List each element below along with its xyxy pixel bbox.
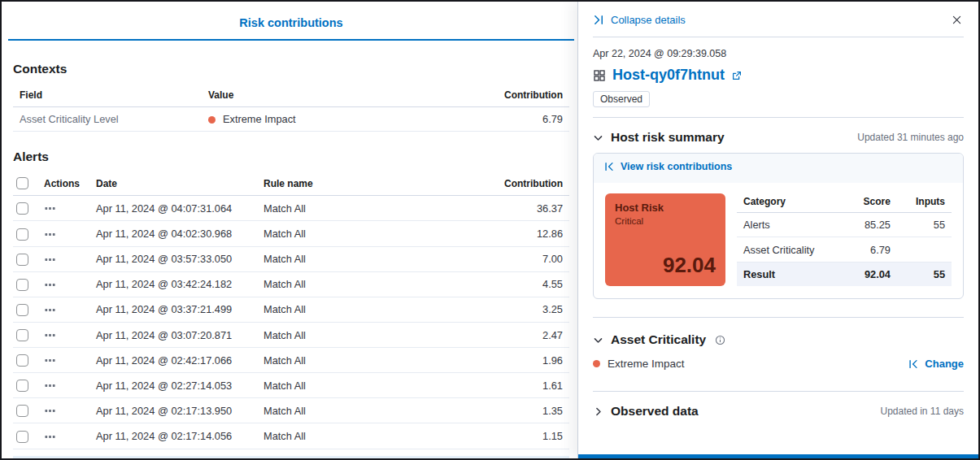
risk-score: 6.79: [845, 237, 897, 262]
alerts-table-body: Apr 11, 2024 @ 04:07:31.064 Match All 36…: [13, 196, 569, 449]
alert-contribution: 1.96: [480, 348, 569, 373]
risk-table-row: Result 92.04 55: [737, 262, 952, 286]
more-alerts-callout: 45 more alerts contributed 12.68 to the …: [13, 456, 569, 458]
alert-select-cell: [13, 297, 37, 322]
host-grid-icon: [593, 69, 606, 82]
alert-contribution: 3.25: [480, 297, 569, 322]
change-criticality-button[interactable]: Change: [908, 358, 964, 370]
alert-date: Apr 11, 2024 @ 04:07:31.064: [89, 196, 257, 221]
alert-select-cell: [13, 196, 37, 221]
row-checkbox[interactable]: [16, 254, 28, 266]
alert-date: Apr 11, 2024 @ 02:17:13.950: [89, 398, 257, 423]
asset-criticality-title: Asset Criticality: [611, 332, 706, 347]
chevron-right-icon: [593, 406, 603, 417]
alert-actions-cell: [37, 398, 89, 423]
asset-criticality-row: Extreme Impact Change: [593, 358, 964, 370]
row-actions-icon[interactable]: [44, 429, 56, 441]
observed-badge: Observed: [593, 91, 650, 107]
alert-date: Apr 11, 2024 @ 03:07:20.871: [89, 322, 257, 347]
row-actions-icon[interactable]: [44, 202, 56, 214]
tab-risk-contributions[interactable]: Risk contributions: [8, 8, 574, 41]
risk-category: Alerts: [737, 213, 845, 237]
asset-criticality-label: Extreme Impact: [608, 358, 685, 370]
alert-actions-cell: [37, 221, 89, 246]
row-checkbox[interactable]: [16, 228, 28, 241]
alerts-header-row: Actions Date Rule name Contribution: [13, 171, 569, 196]
alert-rule-name: Match All: [257, 398, 480, 423]
contexts-heading: Contexts: [13, 62, 569, 76]
alert-date: Apr 11, 2024 @ 03:37:21.499: [89, 297, 257, 322]
risk-updated-text: Updated 31 minutes ago: [857, 132, 964, 143]
alert-contribution: 1.35: [480, 398, 569, 423]
info-icon[interactable]: [715, 335, 725, 345]
select-all-checkbox[interactable]: [16, 177, 28, 189]
row-checkbox[interactable]: [16, 431, 28, 443]
context-row: Asset Criticality Level Extreme Impact 6…: [13, 107, 569, 132]
alert-actions-cell: [37, 297, 89, 322]
close-flyout-button[interactable]: [950, 11, 964, 28]
risk-category: Asset Criticality: [737, 237, 845, 262]
event-timestamp: Apr 22, 2024 @ 09:29:39.058: [593, 48, 964, 59]
risk-card-level: Critical: [615, 216, 716, 226]
alert-select-cell: [13, 246, 37, 271]
row-actions-icon[interactable]: [44, 354, 56, 366]
host-details-flyout: Collapse details Apr 22, 2024 @ 09:29:39…: [577, 2, 978, 458]
divider: [593, 117, 964, 118]
row-actions-icon[interactable]: [44, 278, 56, 290]
row-actions-icon[interactable]: [44, 404, 56, 416]
alert-actions-cell: [37, 348, 89, 373]
alerts-table: Actions Date Rule name Contribution: [13, 171, 569, 449]
row-checkbox[interactable]: [16, 279, 28, 291]
alert-row: Apr 11, 2024 @ 03:57:33.050 Match All 7.…: [13, 246, 569, 271]
risk-panel-header: View risk contributions: [594, 154, 963, 183]
criticality-dot-icon: [593, 360, 600, 367]
row-checkbox[interactable]: [16, 202, 28, 215]
row-checkbox[interactable]: [16, 354, 28, 367]
risk-panel-body: Host Risk Critical 92.04 Category Score …: [594, 183, 963, 298]
row-checkbox[interactable]: [16, 329, 28, 341]
col-header-select: [13, 171, 37, 196]
contexts-header-row: Field Value Contribution: [13, 84, 569, 107]
col-header-rule-name: Rule name: [257, 171, 480, 196]
alert-actions-cell: [37, 373, 89, 398]
alert-date: Apr 11, 2024 @ 02:42:17.066: [89, 348, 257, 373]
view-risk-contributions-button[interactable]: View risk contributions: [603, 161, 732, 172]
row-actions-icon[interactable]: [44, 303, 56, 315]
close-icon: [952, 15, 962, 25]
host-risk-summary-toggle[interactable]: Host risk summary: [593, 130, 725, 145]
context-contribution: 6.79: [480, 107, 569, 132]
asset-criticality-value: Extreme Impact: [593, 358, 685, 370]
row-checkbox[interactable]: [16, 405, 28, 417]
row-actions-icon[interactable]: [44, 379, 56, 391]
asset-criticality-toggle[interactable]: Asset Criticality: [593, 332, 725, 347]
alert-select-cell: [13, 221, 37, 246]
risk-contributions-panel: Risk contributions Contexts Field Value …: [2, 2, 581, 458]
collapse-details-button[interactable]: Collapse details: [593, 14, 686, 26]
alert-row: Apr 11, 2024 @ 02:17:13.950 Match All 1.…: [13, 398, 569, 423]
alert-row: Apr 11, 2024 @ 02:42:17.066 Match All 1.…: [13, 348, 569, 373]
alert-contribution: 2.47: [480, 322, 569, 347]
alert-row: Apr 11, 2024 @ 02:27:14.053 Match All 1.…: [13, 373, 569, 398]
arrow-start-icon: [603, 161, 615, 172]
risk-inputs: 55: [897, 262, 952, 286]
alert-row: Apr 11, 2024 @ 02:17:14.056 Match All 1.…: [13, 423, 569, 449]
row-actions-icon[interactable]: [44, 328, 56, 341]
col-header-contribution: Contribution: [480, 84, 569, 107]
risk-table-header-row: Category Score Inputs: [737, 193, 952, 213]
alert-actions-cell: [37, 271, 89, 297]
host-title-link[interactable]: Host-qy0f7htnut: [593, 67, 964, 84]
row-checkbox[interactable]: [16, 380, 28, 392]
timeline-bottom-bar[interactable]: [578, 454, 978, 458]
row-actions-icon[interactable]: [44, 227, 56, 239]
observed-data-toggle[interactable]: Observed data: [593, 404, 699, 419]
alert-select-cell: [13, 322, 37, 347]
alert-date: Apr 11, 2024 @ 03:42:24.182: [89, 271, 257, 297]
alert-contribution: 7.00: [480, 246, 569, 271]
alert-select-cell: [13, 348, 37, 373]
alert-row: Apr 11, 2024 @ 04:02:30.968 Match All 12…: [13, 221, 569, 246]
row-actions-icon[interactable]: [44, 253, 56, 265]
alert-date: Apr 11, 2024 @ 03:57:33.050: [89, 246, 257, 271]
row-checkbox[interactable]: [16, 304, 28, 316]
risk-table-body: Alerts 85.25 55 Asset Criticality 6.79: [737, 213, 952, 287]
alert-date: Apr 11, 2024 @ 02:17:14.056: [89, 423, 257, 449]
